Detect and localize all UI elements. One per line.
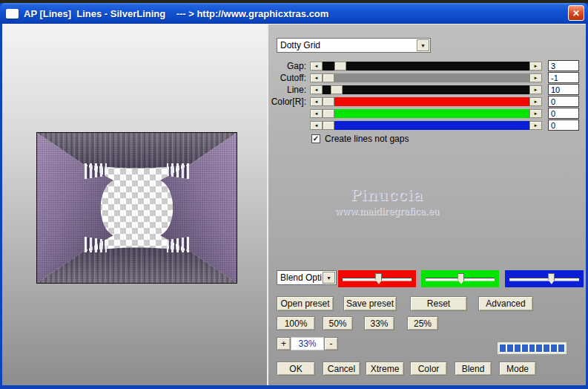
line-slider-thumb[interactable] [331,85,343,94]
line-value[interactable]: 10 [548,84,579,95]
open-preset-button[interactable]: Open preset [277,296,334,311]
save-preset-button[interactable]: Save preset [343,296,397,311]
color-g-slider[interactable]: ◄ ► [310,109,542,118]
blend-blue-groove [509,278,579,281]
line-slider[interactable]: ◄ ► [310,85,542,94]
blend-options-value: Blend Opti [280,272,322,283]
checkbox-box[interactable]: ✓ [311,134,320,143]
blend-green-slider[interactable] [421,270,499,287]
watermark-url: www.maidiregrafica.eu [298,206,476,217]
gap-value[interactable]: 3 [548,60,579,71]
blend-options-dropdown-button[interactable]: ▼ [323,272,335,284]
cutoff-slider[interactable]: ◄ ► [310,73,542,82]
color-r-value[interactable]: 0 [548,96,579,107]
zoom-out-button[interactable]: - [324,337,338,350]
zoom-25-button[interactable]: 25% [407,316,438,330]
progress-segment [515,344,521,352]
cancel-button[interactable]: Cancel [323,362,360,376]
zoom-100-button[interactable]: 100% [277,316,315,330]
color-b-slider-thumb[interactable] [323,121,334,130]
slider-right-arrow-icon[interactable]: ► [529,121,542,130]
blend-button[interactable]: Blend [455,362,492,376]
check-icon: ✓ [313,135,319,143]
color-r-label: Color[R]: [268,97,306,107]
close-button[interactable]: ✕ [568,5,584,21]
blend-blue-thumb[interactable] [548,273,555,284]
dialog-content: Dotty Grid ▼ Gap: ◄ ► 3 Cutoff: [2,24,586,385]
progress-segment [507,344,513,352]
xtreme-button[interactable]: Xtreme [366,362,404,376]
zoom-in-button[interactable]: + [277,337,291,350]
color-b-slider[interactable]: ◄ ► [310,121,542,130]
slider-right-arrow-icon[interactable]: ► [529,97,542,106]
gap-slider[interactable]: ◄ ► [310,62,542,71]
progress-segment [500,344,506,352]
close-icon: ✕ [572,8,580,19]
color-g-slider-track[interactable] [323,109,529,118]
plugin-window: AP [Lines] Lines - SilverLining --- > ht… [0,0,588,389]
progress-segment [529,344,535,352]
pattern-select-dropdown-button[interactable]: ▼ [417,39,429,51]
gap-slider-track[interactable] [323,62,529,71]
color-r-slider[interactable]: ◄ ► [310,97,542,106]
line-label: Line: [268,85,306,95]
slider-left-arrow-icon[interactable]: ◄ [310,73,323,82]
color-r-slider-thumb[interactable] [323,97,334,106]
app-icon [6,9,19,19]
watermark-name: Pinuccia [298,186,476,204]
zoom-value: 33% [291,337,324,350]
preview-art [37,133,237,283]
blend-red-slider[interactable] [338,270,416,287]
color-button[interactable]: Color [410,362,447,376]
slider-right-arrow-icon[interactable]: ► [529,85,542,94]
slider-left-arrow-icon[interactable]: ◄ [310,62,323,71]
pattern-select[interactable]: Dotty Grid ▼ [277,38,431,53]
line-slider-track[interactable] [323,85,529,94]
progress-segment [558,344,564,352]
titlebar[interactable]: AP [Lines] Lines - SilverLining --- > ht… [0,3,588,24]
preview-panel [2,24,268,385]
reset-button[interactable]: Reset [410,296,467,311]
progress-segment [551,344,557,352]
blend-red-thumb[interactable] [375,273,382,284]
gap-slider-thumb[interactable] [334,62,346,71]
gap-label: Gap: [268,61,306,71]
blend-options-select[interactable]: Blend Opti ▼ [277,270,337,285]
chevron-down-icon: ▼ [326,275,331,281]
controls-panel: Dotty Grid ▼ Gap: ◄ ► 3 Cutoff: [268,24,586,385]
progress-bar [498,342,566,354]
chevron-down-icon: ▼ [420,43,426,48]
cutoff-slider-thumb[interactable] [323,73,334,82]
cutoff-label: Cutoff: [268,73,306,83]
slider-right-arrow-icon[interactable]: ► [529,73,542,82]
color-g-value[interactable]: 0 [548,108,579,119]
ok-button[interactable]: OK [277,362,315,376]
blend-blue-slider[interactable] [505,270,584,287]
progress-segment [522,344,528,352]
slider-left-arrow-icon[interactable]: ◄ [310,97,323,106]
slider-left-arrow-icon[interactable]: ◄ [310,109,323,118]
cutoff-slider-track[interactable] [323,73,529,82]
zoom-33-button[interactable]: 33% [364,316,394,330]
color-b-slider-track[interactable] [323,121,529,130]
progress-segment [544,344,549,352]
zoom-50-button[interactable]: 50% [323,316,353,330]
pattern-select-value: Dotty Grid [280,40,320,50]
preview-image[interactable] [36,132,237,284]
color-r-slider-track[interactable] [323,97,529,106]
blend-green-thumb[interactable] [457,273,464,284]
slider-left-arrow-icon[interactable]: ◄ [310,121,323,130]
checkbox-label: Create lines not gaps [325,134,409,144]
slider-right-arrow-icon[interactable]: ► [529,62,542,71]
create-lines-checkbox[interactable]: ✓ Create lines not gaps [311,134,409,144]
watermark: Pinuccia www.maidiregrafica.eu [298,186,476,217]
advanced-button[interactable]: Advanced [478,296,533,311]
progress-segment [536,344,542,352]
cutoff-value[interactable]: -1 [548,72,579,83]
window-title: AP [Lines] Lines - SilverLining --- > ht… [24,8,328,19]
color-g-slider-thumb[interactable] [323,109,334,118]
color-b-value[interactable]: 0 [548,120,579,131]
mode-button[interactable]: Mode [499,362,536,376]
slider-left-arrow-icon[interactable]: ◄ [310,85,323,94]
slider-right-arrow-icon[interactable]: ► [529,109,542,118]
